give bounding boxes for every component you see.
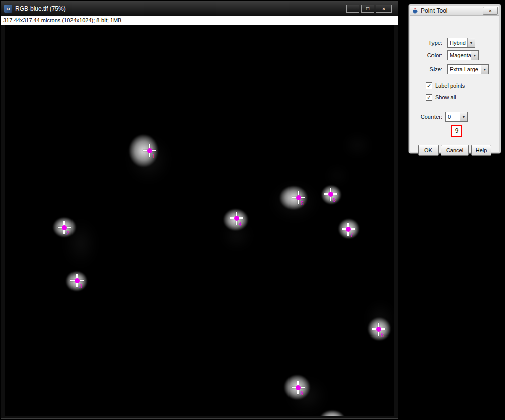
checkmark-icon: ✓: [427, 83, 431, 89]
point-dot-icon: [328, 192, 333, 197]
close-button[interactable]: ×: [376, 5, 392, 13]
point-label: 3: [79, 284, 82, 289]
size-label: Size:: [413, 64, 442, 74]
image-window-titlebar[interactable]: IJ RGB-blue.tif (75%) – □ ×: [1, 2, 398, 16]
image-info-bar: 317.44x317.44 microns (1024x1024); 8-bit…: [1, 16, 398, 25]
color-label: Color:: [413, 50, 442, 60]
close-icon: ×: [489, 8, 492, 14]
point-tool-title: Point Tool: [421, 7, 483, 14]
close-icon: ×: [382, 6, 385, 12]
point-label: 8: [381, 332, 384, 338]
counter-label: Counter:: [413, 112, 442, 122]
type-label: Type:: [413, 38, 442, 48]
ok-button[interactable]: OK: [418, 145, 439, 156]
counter-dropdown[interactable]: 0 ▼: [445, 112, 468, 122]
checkmark-icon: ✓: [427, 95, 431, 100]
cell-haze: [267, 179, 322, 224]
chevron-down-icon: ▼: [471, 51, 478, 60]
point-label: 4: [239, 221, 242, 227]
point-dot-icon: [234, 216, 239, 221]
point-dot-icon: [296, 385, 301, 390]
image-canvas[interactable]: 123456789: [5, 25, 394, 416]
point-label: 1: [152, 154, 155, 159]
point-dot-icon: [296, 195, 301, 200]
cell-haze: [340, 130, 375, 160]
point-dot-icon: [75, 278, 80, 283]
label-points-row[interactable]: ✓ Label points: [426, 81, 465, 90]
type-value: Hybrid: [448, 38, 467, 47]
minimize-button[interactable]: –: [346, 5, 359, 13]
counter-value: 0: [446, 112, 460, 121]
point-tool-close-button[interactable]: ×: [483, 7, 498, 15]
point-count-display: 9: [451, 125, 462, 137]
point-label: 2: [66, 231, 69, 236]
java-icon: [412, 7, 418, 14]
cell-haze: [322, 163, 352, 188]
point-dot-icon: [62, 225, 67, 230]
show-all-row[interactable]: ✓ Show all: [426, 93, 456, 101]
maximize-icon: □: [366, 6, 369, 11]
show-all-checkbox[interactable]: ✓: [426, 94, 432, 101]
image-window-title: RGB-blue.tif (75%): [15, 5, 346, 12]
chevron-down-icon: ▼: [467, 38, 475, 47]
point-label: 5: [301, 201, 304, 206]
point-tool-dialog: Point Tool × Type: Hybrid ▼ Color: Magen…: [409, 4, 501, 153]
label-points-checkbox[interactable]: ✓: [426, 82, 432, 89]
color-dropdown[interactable]: Magenta ▼: [447, 50, 479, 60]
label-points-label: Label points: [435, 82, 465, 89]
size-value: Extra Large: [448, 65, 481, 74]
point-dot-icon: [147, 148, 152, 153]
point-label: 7: [350, 232, 353, 238]
type-dropdown[interactable]: Hybrid ▼: [447, 38, 475, 48]
cell-haze: [284, 375, 330, 416]
cell-haze: [60, 216, 101, 271]
size-dropdown[interactable]: Extra Large ▼: [447, 64, 489, 74]
point-dot-icon: [346, 227, 351, 232]
color-value: Magenta: [448, 51, 471, 60]
imagej-icon: IJ: [4, 5, 12, 13]
minimize-icon: –: [351, 6, 354, 11]
chevron-down-icon: ▼: [481, 65, 488, 74]
point-label: 9: [300, 391, 303, 396]
cell-haze: [124, 133, 173, 186]
image-window: IJ RGB-blue.tif (75%) – □ × 317.44x317.4…: [1, 1, 398, 419]
point-dot-icon: [376, 327, 381, 332]
maximize-button[interactable]: □: [361, 5, 374, 13]
help-button[interactable]: Help: [471, 145, 491, 156]
show-all-label: Show all: [435, 94, 456, 100]
chevron-down-icon: ▼: [460, 112, 467, 121]
point-label: 6: [333, 197, 336, 203]
point-tool-titlebar[interactable]: Point Tool ×: [410, 6, 499, 16]
cancel-button[interactable]: Cancel: [441, 145, 469, 156]
